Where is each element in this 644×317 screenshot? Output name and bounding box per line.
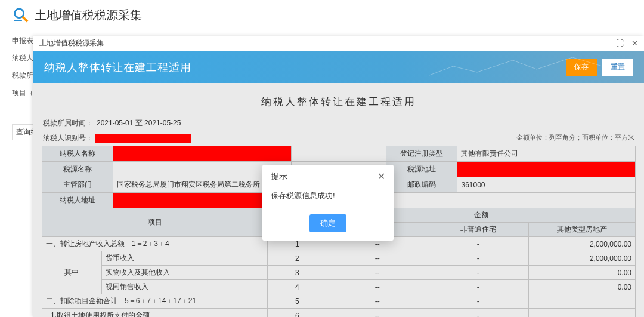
reg-type-label: 登记注册类型 <box>386 146 457 162</box>
dialog-tab-title: 土地增值税税源采集 <box>39 38 104 48</box>
app-logo-icon <box>12 6 30 24</box>
maximize-icon[interactable]: ⛶ <box>616 39 624 48</box>
table-row: 实物收入及其他收入 3 -- - 0.00 <box>42 266 636 280</box>
page-title: 土地增值税税源采集 <box>35 7 142 23</box>
period-label: 税款所属时间： <box>43 118 93 128</box>
nav-item[interactable]: 项目（ <box>12 88 33 98</box>
table-row: 二、扣除项目金额合计 5＝6＋7＋14＋17＋21 5 -- - <box>42 294 636 309</box>
table-row: 1.取得土地使用权所支付的金额 6 -- - <box>42 309 636 318</box>
taxpayer-addr-label: 纳税人地址 <box>42 193 113 208</box>
postcode-value: 361000 <box>457 177 636 193</box>
reg-type-value: 其他有限责任公司 <box>457 146 636 162</box>
modal-ok-button[interactable]: 确定 <box>309 214 346 232</box>
source-name-label: 税源名称 <box>42 162 113 177</box>
svg-point-0 <box>15 9 24 18</box>
window-controls: — ⛶ ✕ <box>594 39 638 48</box>
taxpayer-name-label: 纳税人名称 <box>42 146 113 162</box>
nav-item[interactable]: 税款所 <box>12 70 33 81</box>
taxpayer-name-value <box>113 146 292 162</box>
col-project: 项目 <box>42 208 268 237</box>
taxpayer-id-row: 纳税人识别号： <box>43 133 191 143</box>
modal-close-icon[interactable]: ✕ <box>377 171 385 182</box>
col-nonordinary: 非普通住宅 <box>428 223 528 237</box>
units-note: 金额单位：列至角分；面积单位：平方米 <box>516 133 634 142</box>
nav-item[interactable]: 纳税人 <box>12 53 33 63</box>
taxpayer-id-label: 纳税人识别号： <box>43 133 93 143</box>
reset-button[interactable]: 重置 <box>602 59 633 76</box>
nav-item[interactable]: 申报表 <box>12 36 33 46</box>
period-value: 2021-05-01 至 2021-05-25 <box>97 118 181 128</box>
postcode-label: 邮政编码 <box>386 177 457 193</box>
banner-title: 纳税人整体转让在建工程适用 <box>44 60 191 75</box>
source-addr-label: 税源地址 <box>386 162 457 177</box>
alert-modal: 提示 ✕ 保存税源信息成功! 确定 <box>262 165 394 241</box>
form-title: 纳税人整体转让在建工程适用 <box>42 95 636 109</box>
page-header: 土地增值税税源采集 <box>0 0 644 30</box>
svg-line-1 <box>23 17 27 21</box>
period-row: 税款所属时间： 2021-05-01 至 2021-05-25 <box>43 118 634 128</box>
close-icon[interactable]: ✕ <box>631 39 638 48</box>
modal-title: 提示 <box>271 171 287 182</box>
sub-label: 其中 <box>42 251 102 294</box>
left-nav: 申报表 纳税人 税款所 项目（ <box>12 36 33 105</box>
redacted-taxpayer-id <box>95 134 191 143</box>
source-addr-value <box>457 162 636 177</box>
modal-message: 保存税源信息成功! <box>262 188 394 210</box>
minimize-icon[interactable]: — <box>600 39 608 48</box>
save-button[interactable]: 保存 <box>566 59 597 76</box>
table-row: 其中 货币收入 2 -- - 2,000,000.00 <box>42 251 636 266</box>
dept-label: 主管部门 <box>42 177 113 193</box>
table-row: 视同销售收入 4 -- - 0.00 <box>42 280 636 294</box>
dialog-titlebar: 土地增值税税源采集 — ⛶ ✕ <box>33 36 644 51</box>
dialog-banner: 纳税人整体转让在建工程适用 保存 重置 <box>33 51 644 83</box>
banner-actions: 保存 重置 <box>562 59 633 76</box>
col-other: 其他类型房地产 <box>528 223 635 237</box>
